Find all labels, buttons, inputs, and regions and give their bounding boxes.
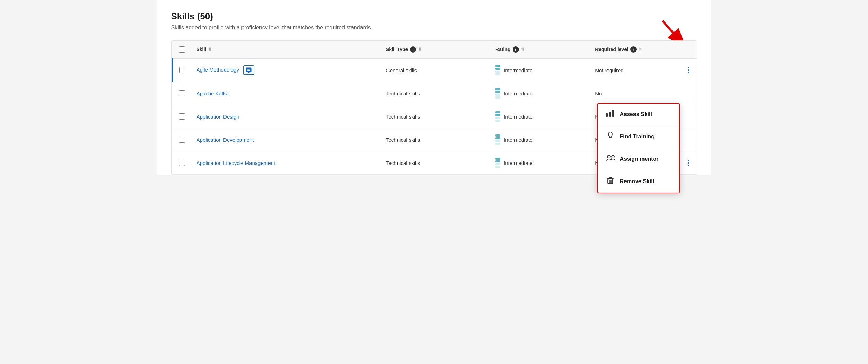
skill-type-info-icon[interactable]: i xyxy=(410,46,416,53)
skill-type-sort-icon[interactable]: ⇅ xyxy=(418,47,422,52)
page-container: Skills (50) Skills added to profile with… xyxy=(157,0,711,175)
required-level-sort-icon[interactable]: ⇅ xyxy=(639,47,642,52)
rating-bar-segment xyxy=(495,65,500,67)
svg-rect-9 xyxy=(607,178,614,179)
rating-sort-icon[interactable]: ⇅ xyxy=(521,47,524,52)
skill-link-4[interactable]: Application Lifecycle Management xyxy=(197,160,275,166)
rating-bar-segment xyxy=(495,117,500,119)
rating-2: Intermediate xyxy=(491,105,590,128)
rating-bar xyxy=(495,65,500,75)
find-training-icon xyxy=(606,131,614,141)
rating-bar-segment xyxy=(495,143,500,145)
rating-bar-segment xyxy=(495,68,500,70)
rating-bar-segment xyxy=(495,163,500,165)
skill-icon-0 xyxy=(243,65,254,75)
row-checkbox-2[interactable] xyxy=(179,113,185,120)
skill-type-4: Technical skills xyxy=(381,151,491,175)
row-checkbox-1[interactable] xyxy=(179,90,185,96)
rating-4: Intermediate xyxy=(491,151,590,175)
rating-bar-segment xyxy=(495,137,500,139)
row-actions-button-0[interactable] xyxy=(685,66,692,75)
row-checkbox-4[interactable] xyxy=(179,160,185,166)
skill-link-1[interactable]: Apache Kafka xyxy=(197,91,229,96)
svg-rect-5 xyxy=(609,138,612,138)
svg-rect-3 xyxy=(609,112,611,117)
dot xyxy=(688,67,689,68)
context-dropdown-menu: Assess Skill Find Training xyxy=(597,103,680,193)
rating-bar-segment xyxy=(495,166,500,168)
svg-rect-4 xyxy=(612,110,614,117)
dot xyxy=(688,160,689,161)
dropdown-item-mentor[interactable]: Assign mentor xyxy=(598,148,679,170)
skill-link-3[interactable]: Application Development xyxy=(197,137,254,143)
skill-link-0[interactable]: Agile Methodology xyxy=(197,67,239,73)
rating-bar-segment xyxy=(495,88,500,90)
find-training-label: Find Training xyxy=(620,133,655,140)
remove-skill-icon xyxy=(606,176,614,186)
rating-3: Intermediate xyxy=(491,128,590,151)
rating-bar-segment xyxy=(495,73,500,75)
skill-type-0: General skills xyxy=(381,58,491,82)
actions-cell-0 xyxy=(680,58,697,82)
required-level-0: Not required xyxy=(590,58,680,82)
header-actions xyxy=(680,41,697,58)
rating-label-0: Intermediate xyxy=(504,67,532,73)
assess-skill-label: Assess Skill xyxy=(620,111,652,118)
rating-bar-segment xyxy=(495,120,500,122)
rating-bar-segment xyxy=(495,114,500,116)
required-level-1: No xyxy=(590,82,680,105)
assign-mentor-icon xyxy=(606,154,614,164)
dropdown-item-training[interactable]: Find Training xyxy=(598,125,679,148)
rating-bar xyxy=(495,134,500,145)
header-skill-type[interactable]: Skill Type i ⇅ xyxy=(381,41,491,58)
actions-cell-1 xyxy=(680,82,697,105)
rating-info-icon[interactable]: i xyxy=(513,46,519,53)
dot xyxy=(688,69,689,71)
page-subtitle: Skills added to profile with a proficien… xyxy=(171,25,697,31)
header-checkbox-cell xyxy=(172,41,192,58)
rating-label-2: Intermediate xyxy=(504,114,532,120)
assign-mentor-label: Assign mentor xyxy=(620,156,659,162)
table-header-row: Skill ⇅ Skill Type i ⇅ Rating xyxy=(172,41,697,58)
select-all-checkbox[interactable] xyxy=(179,46,185,53)
dot xyxy=(688,72,689,73)
rating-1: Intermediate xyxy=(491,82,590,105)
row-checkbox-0[interactable] xyxy=(179,67,185,73)
rating-bar-segment xyxy=(495,134,500,137)
actions-cell-3 xyxy=(680,128,697,151)
rating-bar-segment xyxy=(495,140,500,142)
dropdown-item-remove[interactable]: Remove Skill xyxy=(598,170,679,193)
rating-bar xyxy=(495,88,500,99)
required-level-info-icon[interactable]: i xyxy=(630,46,637,53)
rating-bar-segment xyxy=(495,94,500,96)
dot xyxy=(688,162,689,164)
row-checkbox-3[interactable] xyxy=(179,137,185,143)
row-actions-button-4[interactable] xyxy=(685,158,692,167)
dot xyxy=(688,165,689,166)
dropdown-item-assess[interactable]: Assess Skill xyxy=(597,103,680,125)
page-title: Skills (50) xyxy=(171,11,697,22)
svg-rect-2 xyxy=(606,113,608,117)
assess-skill-icon xyxy=(606,110,614,119)
table-row: Agile Methodology General skills Interme… xyxy=(172,58,697,82)
rating-bar-segment xyxy=(495,160,500,162)
rating-bar-segment xyxy=(495,91,500,93)
actions-cell-2 xyxy=(680,105,697,128)
rating-label-3: Intermediate xyxy=(504,137,532,143)
header-required-level[interactable]: Required level i ⇅ xyxy=(590,41,680,58)
rating-0: Intermediate xyxy=(491,58,590,82)
required-level-text-1: No xyxy=(595,91,602,96)
header-rating[interactable]: Rating i ⇅ xyxy=(491,41,590,58)
skill-sort-icon[interactable]: ⇅ xyxy=(208,47,212,52)
rating-label-4: Intermediate xyxy=(504,160,532,166)
skill-link-2[interactable]: Application Design xyxy=(197,114,239,120)
svg-point-7 xyxy=(607,155,610,158)
svg-rect-6 xyxy=(609,139,611,139)
rating-bar-segment xyxy=(495,96,500,99)
skill-type-1: Technical skills xyxy=(381,82,491,105)
header-skill[interactable]: Skill ⇅ xyxy=(192,41,381,58)
rating-bar-segment xyxy=(495,71,500,73)
skill-type-3: Technical skills xyxy=(381,128,491,151)
remove-skill-label: Remove Skill xyxy=(620,178,655,185)
required-level-text-0: Not required xyxy=(595,67,624,73)
